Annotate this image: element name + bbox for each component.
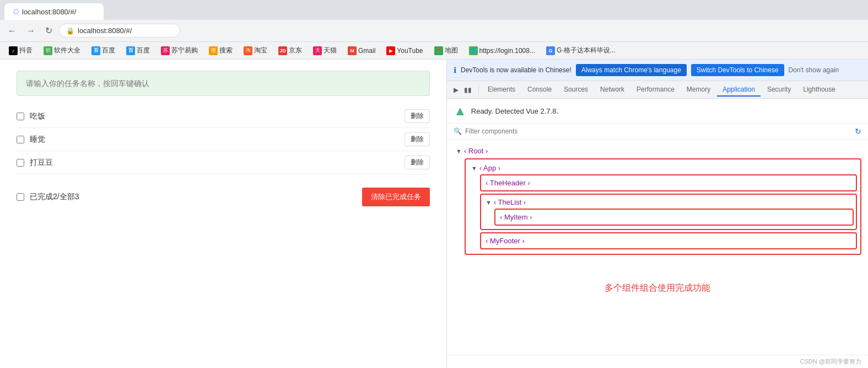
filter-input[interactable] [465,127,851,135]
task-checkbox-2[interactable] [17,136,24,143]
notification-text: DevTools is now available in Chinese! [461,66,572,74]
bookmark-label-youtube: YouTube [397,47,423,55]
devtools-content: ▲ Ready. Detected Vue 2.7.8. 🔍 ↻ ▼ ‹ Ro [447,99,868,355]
bookmark-icon-maps: 📍 [434,46,443,55]
url-text: localhost:8080/#/ [78,26,132,35]
always-match-button[interactable]: Always match Chrome's language [576,64,687,76]
tree-footer-content[interactable]: ‹ MyFooter › [483,236,854,246]
tree-footer-label: ‹ MyFooter › [486,237,525,245]
task-item-3: 打豆豆 删除 [17,151,430,174]
browser-tab[interactable]: ⬡ localhost:8080/#/ [4,3,104,20]
bookmark-gezi[interactable]: G G·格子达本科毕设... [542,45,620,56]
task-label-3: 打豆豆 [30,158,405,168]
tree-root-label: ‹ Root › [464,147,488,155]
task-label-2: 睡觉 [30,135,405,145]
task-checkbox-3[interactable] [17,159,24,167]
task-input-box [17,71,430,96]
bookmark-search[interactable]: 搜 搜索 [204,45,237,56]
bookmark-login1008[interactable]: 🌐 https://login.1008... [465,45,540,56]
tree-root-content[interactable]: ▼ ‹ Root › [454,146,861,156]
browser-window: ⬡ localhost:8080/#/ ← → ↻ 🔒 localhost:80… [0,0,868,368]
bookmark-jd[interactable]: JD 京东 [274,45,306,56]
refresh-button[interactable]: ↻ [42,23,56,38]
component-box-myitem: ‹ MyItem › [494,209,854,226]
tab-console[interactable]: Console [522,83,557,97]
dismiss-button[interactable]: Don't show again [789,66,839,74]
tree-myitem-label: ‹ MyItem › [500,213,532,221]
bookmark-icon-rjdq: 软 [44,46,52,55]
bookmark-taobao[interactable]: 淘 淘宝 [239,45,272,56]
bookmark-youtube[interactable]: ▶ YouTube [382,45,427,56]
delete-button-2[interactable]: 删除 [405,132,430,146]
bookmark-icon-baidu2: 百 [126,46,135,55]
task-footer: 已完成2/全部3 清除已完成任务 [17,183,430,211]
bookmark-baidu1[interactable]: 百 百度 [87,45,120,56]
bookmark-rjdq[interactable]: 软 软件大全 [39,45,85,56]
devtools-panel: ℹ DevTools is now available in Chinese! … [446,60,868,368]
switch-devtools-button[interactable]: Switch DevTools to Chinese [691,64,784,76]
task-all-checkbox[interactable] [17,193,24,201]
arrow-root: ▼ [456,148,462,154]
info-icon: ℹ [454,66,456,74]
component-box-list: ▼ ‹ TheList › ‹ MyItem › [480,194,857,230]
tab-bar: ⬡ localhost:8080/#/ [0,0,868,20]
tree-node-root: ▼ ‹ Root › ▼ ‹ App › [454,146,861,255]
devtools-tabs: ▶ ▮▮ Elements Console Sources Network Pe… [447,81,868,99]
forward-button[interactable]: → [23,24,39,38]
nav-bar: ← → ↻ 🔒 localhost:8080/#/ [0,20,868,42]
tree-myitem-content[interactable]: ‹ MyItem › [498,212,850,222]
filter-search-icon: 🔍 [454,127,462,135]
tab-favicon: ⬡ [13,8,19,15]
bookmark-suning[interactable]: 苏 苏宁易购 [157,45,202,56]
tree-header-label: ‹ TheHeader › [486,179,530,187]
tree-header-content[interactable]: ‹ TheHeader › [483,178,854,188]
task-item-1: 吃饭 删除 [17,105,430,128]
task-label-1: 吃饭 [30,111,405,121]
task-summary: 已完成2/全部3 [30,192,362,202]
bookmark-baidu2[interactable]: 百 百度 [122,45,154,56]
tab-memory[interactable]: Memory [681,83,716,97]
tree-list-content[interactable]: ▼ ‹ TheList › [483,197,854,207]
tab-sources[interactable]: Sources [558,83,594,97]
tree-list-label: ‹ TheList › [494,198,526,206]
bookmark-icon-tianmao: 天 [313,46,322,55]
bookmark-icon-youtube: ▶ [386,46,395,55]
refresh-icon[interactable]: ↻ [855,127,861,136]
task-checkbox-1[interactable] [17,113,24,120]
bookmark-icon-gezi: G [546,46,555,55]
devtools-inspect-icon[interactable]: ▶ [451,85,461,95]
delete-button-1[interactable]: 删除 [405,109,430,123]
bookmark-tianmao[interactable]: 天 天猫 [309,45,341,56]
watermark: CSDN @郑同学要努力 [447,355,868,368]
devtools-notification: ℹ DevTools is now available in Chinese! … [447,60,868,81]
tab-network[interactable]: Network [595,83,630,97]
center-message: 多个组件组合使用完成功能 [454,271,861,305]
clear-button[interactable]: 清除已完成任务 [362,188,430,206]
tab-lighthouse[interactable]: Lighthouse [797,83,841,97]
bookmark-gmail[interactable]: M Gmail [343,45,380,56]
tree-children-root: ▼ ‹ App › ‹ TheHeader › [465,158,861,255]
arrow-list: ▼ [486,199,492,206]
main-area: 吃饭 删除 睡觉 删除 打豆豆 删除 已完成2/全部3 清除已完成任务 [0,60,868,368]
tab-application[interactable]: Application [717,83,761,97]
tab-elements[interactable]: Elements [482,83,521,97]
tab-performance[interactable]: Performance [631,83,680,97]
tree-children-app: ‹ TheHeader › ▼ ‹ TheList › [480,174,857,249]
tree-app-content[interactable]: ▼ ‹ App › [469,163,857,173]
tree-app-label: ‹ App › [479,164,500,172]
component-box-header: ‹ TheHeader › [480,174,857,191]
bookmark-icon-gmail: M [348,46,357,55]
delete-button-3[interactable]: 删除 [405,156,430,169]
bookmark-icon-suning: 苏 [161,46,170,55]
vue-logo: ▲ [454,103,467,119]
devtools-device-icon[interactable]: ▮▮ [462,85,474,95]
bookmark-douyin[interactable]: ♪ 抖音 [4,45,37,56]
bookmark-maps[interactable]: 📍 地图 [430,45,462,56]
vue-ready-text: Ready. Detected Vue 2.7.8. [471,107,558,115]
task-input[interactable] [26,79,420,88]
address-bar[interactable]: 🔒 localhost:8080/#/ [59,24,180,38]
bookmark-icon-login1008: 🌐 [469,46,478,55]
tab-title: localhost:8080/#/ [22,8,76,16]
back-button[interactable]: ← [4,24,20,38]
tab-security[interactable]: Security [762,83,796,97]
